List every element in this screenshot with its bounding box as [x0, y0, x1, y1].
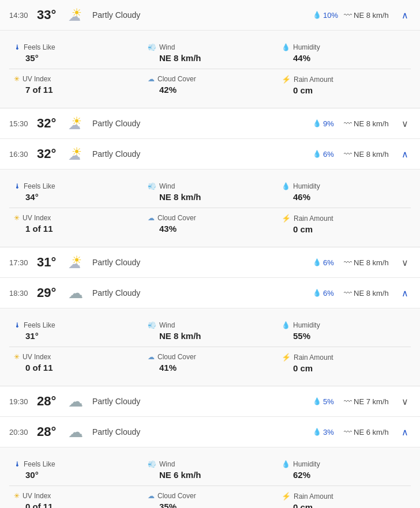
uv-index-value: 0 of 11	[14, 363, 138, 372]
weather-icon: ☁	[67, 284, 92, 302]
weather-icon: ☀ ☁	[67, 253, 92, 272]
temperature: 28°	[37, 394, 67, 409]
rain-percentage: 💧 6%	[313, 289, 344, 298]
partly-cloudy-day-icon: ☀ ☁	[68, 253, 91, 272]
cloud-cover-cell: ☁ Cloud Cover 41%	[143, 347, 277, 379]
feels-like-cell: 🌡 Feels Like 34°	[9, 176, 143, 208]
uv-index-value: 1 of 11	[14, 224, 138, 234]
cloud-cover-label: ☁ Cloud Cover	[148, 214, 272, 222]
cloud-cover-cell: ☁ Cloud Cover 43%	[143, 208, 277, 240]
wind-info: 〰 NE 8 km/h	[344, 288, 399, 298]
cloud-cover-label: ☁ Cloud Cover	[148, 75, 272, 83]
uv-index-label: ✳ UV Index	[14, 492, 138, 500]
partly-cloudy-night-icon: ☁	[68, 392, 91, 411]
expand-chevron[interactable]: ∨	[399, 257, 411, 268]
thermometer-icon: 🌡	[14, 182, 21, 190]
cloud-icon: ☁	[148, 492, 155, 500]
cloud-cover-label: ☁ Cloud Cover	[148, 492, 272, 500]
partly-cloudy-day-icon: ☀ ☁	[68, 6, 91, 24]
cloud-cover-value: 42%	[148, 85, 272, 95]
humidity-icon: 💧	[282, 43, 290, 51]
condition-text: Partly Cloudy	[92, 149, 313, 159]
wind-cell: 💨 Wind NE 8 km/h	[143, 315, 277, 347]
humidity-cell: 💧 Humidity 46%	[277, 176, 411, 208]
uv-index-cell: ✳ UV Index 1 of 11	[9, 208, 143, 240]
hour-row-1830[interactable]: 18:30 29° ☁ Partly Cloudy 💧 6% 〰 NE 8 km…	[0, 278, 420, 308]
detail-grid: 🌡 Feels Like 35° 💨 Wind NE 8 km/h 💧 Humi…	[9, 37, 411, 101]
raindrop-icon: 💧	[313, 428, 321, 436]
wind-lines-icon: 〰	[344, 258, 352, 267]
partly-cloudy-night-icon: ☁	[68, 423, 91, 441]
thermometer-icon: 🌡	[14, 321, 21, 329]
humidity-cell: 💧 Humidity 62%	[277, 454, 411, 486]
rain-amount-value: 0 cm	[282, 224, 406, 234]
expand-chevron[interactable]: ∨	[399, 118, 411, 129]
humidity-cell: 💧 Humidity 55%	[277, 315, 411, 347]
wind-label: 💨 Wind	[148, 43, 272, 51]
condition-text: Partly Cloudy	[92, 258, 313, 267]
feels-like-cell: 🌡 Feels Like 31°	[9, 315, 143, 347]
wind-lines-icon: 〰	[344, 149, 352, 159]
wind-label: 💨 Wind	[148, 460, 272, 468]
humidity-icon: 💧	[282, 460, 290, 468]
wind-label: 💨 Wind	[148, 182, 272, 190]
temperature: 29°	[37, 285, 67, 300]
time-label: 14:30	[9, 11, 37, 20]
humidity-icon: 💧	[282, 321, 290, 329]
feels-like-value: 30°	[14, 470, 138, 480]
cloud-icon: ☁	[148, 75, 155, 83]
cloud-cover-cell: ☁ Cloud Cover 42%	[143, 69, 277, 101]
cloud-cover-value: 43%	[148, 224, 272, 234]
uv-index-label: ✳ UV Index	[14, 214, 138, 222]
raindrop-icon: 💧	[313, 11, 321, 19]
partly-cloudy-day-icon: ☀ ☁	[68, 114, 91, 133]
hour-row-1630[interactable]: 16:30 32° ☀ ☁ Partly Cloudy 💧 6% 〰 NE 8 …	[0, 139, 420, 170]
hour-row-2030[interactable]: 20:30 28° ☁ Partly Cloudy 💧 3% 〰 NE 6 km…	[0, 417, 420, 447]
wind-value: NE 8 km/h	[148, 53, 272, 63]
rain-percentage: 💧 5%	[313, 397, 344, 406]
wind-cell: 💨 Wind NE 8 km/h	[143, 37, 277, 69]
cloud-icon: ☁	[148, 353, 155, 361]
humidity-value: 44%	[282, 53, 406, 63]
expand-chevron[interactable]: ∧	[399, 149, 411, 160]
expand-chevron[interactable]: ∧	[399, 10, 411, 21]
hour-row-1730[interactable]: 17:30 31° ☀ ☁ Partly Cloudy 💧 6% 〰 NE 8 …	[0, 247, 420, 278]
expand-chevron[interactable]: ∧	[399, 288, 411, 299]
detail-panel: 🌡 Feels Like 34° 💨 Wind NE 8 km/h 💧 Humi…	[0, 170, 420, 247]
wind-info: 〰 NE 8 km/h	[344, 119, 399, 128]
detail-panel: 🌡 Feels Like 31° 💨 Wind NE 8 km/h 💧 Humi…	[0, 308, 420, 386]
rain-amount-value: 0 cm	[282, 502, 406, 508]
rain-percentage: 💧 6%	[313, 150, 344, 159]
wind-info: 〰 NE 8 km/h	[344, 10, 399, 20]
rain-amount-cell: ⚡ Rain Amount 0 cm	[277, 208, 411, 240]
feels-like-label: 🌡 Feels Like	[14, 43, 138, 51]
feels-like-value: 34°	[14, 192, 138, 202]
humidity-label: 💧 Humidity	[282, 43, 406, 51]
uv-index-value: 7 of 11	[14, 85, 138, 95]
uv-icon: ✳	[14, 214, 20, 222]
humidity-label: 💧 Humidity	[282, 182, 406, 190]
rain-amount-value: 0 cm	[282, 363, 406, 373]
wind-value: NE 8 km/h	[148, 192, 272, 202]
hour-row-1530[interactable]: 15:30 32° ☀ ☁ Partly Cloudy 💧 9% 〰 NE 8 …	[0, 108, 420, 139]
wind-icon: 💨	[148, 321, 156, 329]
feels-like-cell: 🌡 Feels Like 30°	[9, 454, 143, 486]
wind-icon: 💨	[148, 182, 156, 190]
rain-amount-value: 0 cm	[282, 85, 406, 95]
hour-row-1430[interactable]: 14:30 33° ☀ ☁ Partly Cloudy 💧 10% 〰 NE 8…	[0, 0, 420, 31]
expand-chevron[interactable]: ∧	[399, 427, 411, 438]
weather-icon: ☀ ☁	[67, 114, 92, 133]
detail-grid: 🌡 Feels Like 30° 💨 Wind NE 6 km/h 💧 Humi…	[9, 454, 411, 508]
temperature: 32°	[37, 146, 67, 161]
wind-lines-icon: 〰	[344, 119, 352, 128]
rain-percentage: 💧 3%	[313, 428, 344, 436]
hour-row-1930[interactable]: 19:30 28° ☁ Partly Cloudy 💧 5% 〰 NE 7 km…	[0, 386, 420, 417]
raindrop-icon: 💧	[313, 289, 321, 297]
expand-chevron[interactable]: ∨	[399, 396, 411, 407]
weather-icon: ☀ ☁	[67, 6, 92, 24]
detail-panel: 🌡 Feels Like 30° 💨 Wind NE 6 km/h 💧 Humi…	[0, 447, 420, 508]
humidity-cell: 💧 Humidity 44%	[277, 37, 411, 69]
partly-cloudy-night-icon: ☁	[68, 284, 91, 302]
wind-info: 〰 NE 8 km/h	[344, 149, 399, 159]
rain-percentage: 💧 9%	[313, 119, 344, 128]
